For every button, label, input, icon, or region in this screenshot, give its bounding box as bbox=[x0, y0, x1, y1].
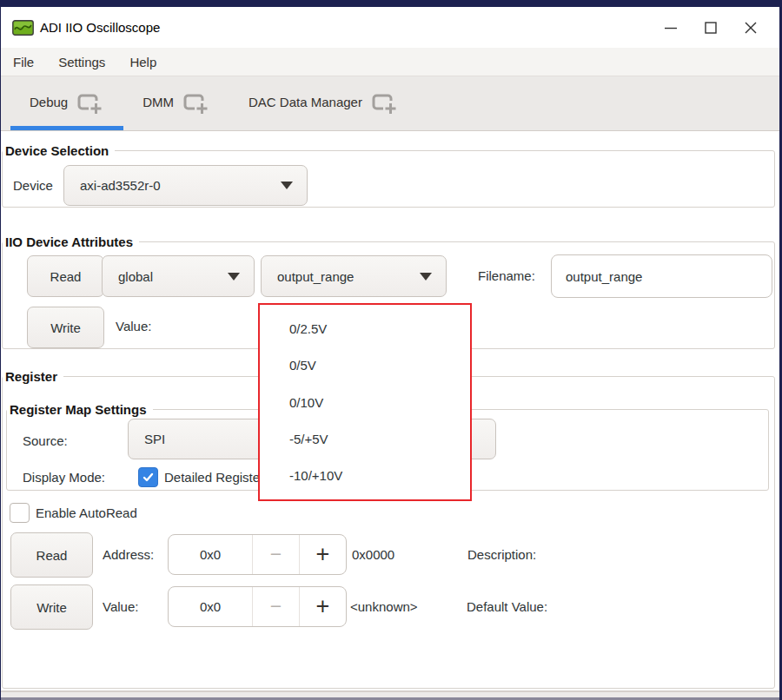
close-icon bbox=[743, 20, 759, 36]
value-increment-button[interactable]: + bbox=[299, 587, 346, 626]
tabbar: Debug DMM bbox=[1, 76, 779, 131]
tab-dmm-label: DMM bbox=[142, 95, 174, 109]
address-label: Address: bbox=[103, 547, 154, 563]
tab-dac-data-manager[interactable]: DAC Data Manager bbox=[229, 76, 418, 130]
enable-autoread-label: Enable AutoRead bbox=[36, 505, 137, 521]
device-dropdown[interactable]: axi-ad3552r-0 bbox=[63, 165, 308, 206]
window-title: ADI IIO Oscilloscope bbox=[40, 20, 160, 35]
source-label: Source: bbox=[23, 433, 68, 449]
attr-name-value: output_range bbox=[277, 269, 420, 284]
attr-read-button[interactable]: Read bbox=[27, 255, 104, 297]
iio-attributes-frame-label: IIO Device Attributes bbox=[3, 234, 139, 250]
desktop-background: ADI IIO Oscilloscope File Settings Help … bbox=[0, 0, 782, 700]
popout-plus-icon[interactable] bbox=[76, 92, 103, 116]
tab-dac-label: DAC Data Manager bbox=[249, 95, 362, 109]
device-dropdown-value: axi-ad3552r-0 bbox=[80, 178, 281, 193]
device-label: Device bbox=[13, 178, 53, 194]
attr-value-label: Value: bbox=[116, 319, 151, 334]
popout-plus-icon[interactable] bbox=[371, 92, 397, 116]
popup-option[interactable]: 0/5V bbox=[260, 347, 470, 383]
register-value-label: Value: bbox=[103, 599, 138, 615]
menubar: File Settings Help bbox=[1, 48, 779, 76]
popup-option[interactable]: -10/+10V bbox=[260, 458, 470, 494]
window-bottom-strip bbox=[1, 690, 779, 697]
filename-input[interactable] bbox=[551, 254, 772, 298]
address-increment-button[interactable]: + bbox=[299, 535, 346, 574]
debug-panel: Device Selection Device axi-ad3552r-0 II… bbox=[1, 131, 779, 697]
maximize-button[interactable] bbox=[691, 10, 731, 45]
app-icon bbox=[12, 20, 34, 36]
attr-name-dropdown[interactable]: output_range bbox=[261, 255, 447, 297]
tab-debug-label: Debug bbox=[30, 95, 68, 109]
menu-help[interactable]: Help bbox=[129, 55, 156, 69]
attr-write-button[interactable]: Write bbox=[27, 307, 104, 348]
description-label: Description: bbox=[467, 547, 536, 563]
menu-settings[interactable]: Settings bbox=[58, 55, 105, 69]
detailed-register-label: Detailed Register bbox=[164, 470, 264, 485]
chevron-down-icon bbox=[420, 273, 432, 281]
value-spinner[interactable]: 0x0 − + bbox=[168, 586, 347, 627]
popout-plus-icon[interactable] bbox=[182, 92, 209, 116]
display-mode-label: Display Mode: bbox=[23, 470, 105, 485]
minimize-button[interactable] bbox=[651, 10, 691, 45]
address-spinner-value[interactable]: 0x0 bbox=[169, 535, 252, 574]
filename-label: Filename: bbox=[478, 268, 535, 284]
register-map-settings-frame-label: Register Map Settings bbox=[7, 401, 153, 418]
titlebar: ADI IIO Oscilloscope bbox=[1, 7, 779, 48]
tab-dmm[interactable]: DMM bbox=[123, 76, 229, 130]
register-write-button[interactable]: Write bbox=[10, 584, 93, 630]
chevron-down-icon bbox=[281, 182, 293, 189]
popup-option[interactable]: 0/10V bbox=[260, 384, 470, 420]
detailed-register-checkbox[interactable] bbox=[138, 467, 158, 487]
address-readout: 0x0000 bbox=[352, 547, 394, 563]
value-spinner-value[interactable]: 0x0 bbox=[169, 587, 252, 626]
chevron-down-icon bbox=[228, 273, 240, 281]
register-read-button[interactable]: Read bbox=[10, 532, 93, 578]
maximize-icon bbox=[703, 20, 719, 36]
device-selection-frame-label: Device Selection bbox=[3, 142, 115, 159]
tab-debug[interactable]: Debug bbox=[10, 76, 123, 130]
attr-category-dropdown[interactable]: global bbox=[102, 255, 255, 297]
device-selection-frame: Device Selection Device axi-ad3552r-0 bbox=[2, 150, 775, 208]
menu-file[interactable]: File bbox=[13, 55, 34, 69]
checkmark-icon bbox=[142, 471, 155, 484]
output-range-options-popup: 0/2.5V 0/5V 0/10V -5/+5V -10/+10V bbox=[258, 303, 472, 501]
enable-autoread-checkbox[interactable] bbox=[10, 503, 30, 523]
value-readout: <unknown> bbox=[350, 599, 418, 615]
close-button[interactable] bbox=[731, 10, 771, 45]
value-decrement-button[interactable]: − bbox=[252, 587, 299, 626]
popup-option[interactable]: -5/+5V bbox=[260, 420, 470, 457]
register-frame-label: Register bbox=[3, 368, 63, 385]
address-decrement-button[interactable]: − bbox=[252, 535, 299, 574]
attr-category-value: global bbox=[118, 269, 228, 284]
minimize-icon bbox=[663, 20, 679, 36]
app-window: ADI IIO Oscilloscope File Settings Help … bbox=[1, 7, 779, 700]
default-value-label: Default Value: bbox=[467, 599, 547, 615]
address-spinner[interactable]: 0x0 − + bbox=[168, 534, 347, 575]
popup-option[interactable]: 0/2.5V bbox=[260, 310, 470, 347]
